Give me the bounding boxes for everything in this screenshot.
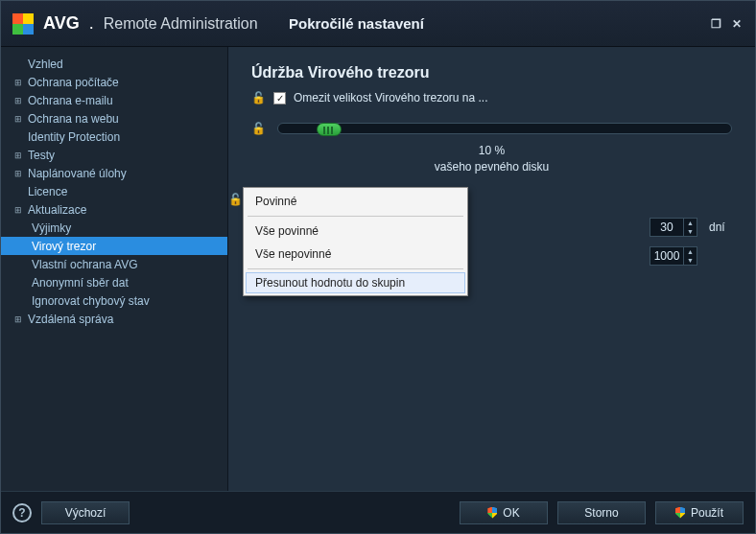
context-menu-label: Přesunout hodnotu do skupin bbox=[255, 276, 405, 290]
button-label: Storno bbox=[584, 506, 618, 520]
sidebar-item-label: Ochrana počítače bbox=[28, 76, 119, 89]
spinner-up-icon[interactable]: ▲ bbox=[684, 219, 697, 227]
count-row: ▲ ▼ bbox=[650, 246, 732, 266]
settings-window: AVG. Remote Administration Pokročilé nas… bbox=[0, 0, 756, 534]
button-label: Výchozí bbox=[65, 506, 106, 520]
context-menu-item-povinne[interactable]: Povinné bbox=[246, 190, 465, 213]
spinner-up-icon[interactable]: ▲ bbox=[684, 247, 697, 256]
context-menu-item-vse-nepovinne[interactable]: Vše nepovinné bbox=[246, 243, 465, 266]
sidebar-item-label: Vlastní ochrana AVG bbox=[32, 258, 138, 271]
sidebar-item-naplanovane-ulohy[interactable]: ⊞Naplánované úlohy bbox=[1, 164, 227, 182]
spinner-arrows: ▲ ▼ bbox=[683, 247, 697, 265]
spinner-down-icon[interactable]: ▼ bbox=[684, 227, 697, 236]
sidebar-item-anonymni-sber-dat[interactable]: Anonymní sběr dat bbox=[1, 273, 227, 291]
button-label: Použít bbox=[691, 506, 723, 520]
main-panel: Údržba Virového trezoru 🔓 ✓ Omezit velik… bbox=[228, 47, 755, 491]
sidebar-item-vlastni-ochrana-avg[interactable]: Vlastní ochrana AVG bbox=[1, 255, 227, 273]
expand-icon[interactable]: ⊞ bbox=[14, 205, 28, 215]
expand-icon[interactable]: ⊞ bbox=[14, 169, 28, 178]
days-spinner[interactable]: ▲ ▼ bbox=[650, 218, 697, 237]
slider-caption: 10 % vašeho pevného disku bbox=[251, 143, 732, 175]
lock-open-icon[interactable]: 🔓 bbox=[251, 91, 266, 104]
spinner-arrows: ▲ ▼ bbox=[683, 219, 697, 236]
sidebar-item-label: Naplánované úlohy bbox=[28, 167, 127, 180]
context-menu-item-vse-povinne[interactable]: Vše povinné bbox=[246, 220, 465, 243]
context-menu-label: Vše nepovinné bbox=[255, 247, 331, 261]
sidebar-item-label: Výjimky bbox=[32, 221, 71, 235]
days-input[interactable] bbox=[650, 221, 683, 234]
window-controls: ❐ ✕ bbox=[709, 17, 744, 31]
sidebar-item-label: Testy bbox=[28, 149, 55, 162]
help-icon[interactable]: ? bbox=[12, 503, 32, 522]
count-spinner[interactable]: ▲ ▼ bbox=[650, 246, 697, 266]
sidebar-item-vyjimky[interactable]: Výjimky bbox=[1, 219, 227, 237]
sidebar-item-identity-protection[interactable]: Identity Protection bbox=[1, 128, 227, 146]
sidebar-item-label: Virový trezor bbox=[32, 240, 96, 253]
shield-icon bbox=[675, 507, 685, 519]
sidebar-item-ignorovat-chybovy-stav[interactable]: Ignorovat chybový stav bbox=[1, 291, 227, 310]
context-menu-label: Vše povinné bbox=[255, 224, 319, 238]
sidebar-item-label: Anonymní sběr dat bbox=[32, 276, 129, 290]
sidebar-item-label: Aktualizace bbox=[28, 203, 86, 217]
button-label: OK bbox=[503, 506, 519, 520]
sidebar-item-virovy-trezor[interactable]: Virový trezor bbox=[1, 237, 227, 255]
lock-open-icon[interactable]: 🔓 bbox=[228, 193, 243, 206]
expand-icon[interactable]: ⊞ bbox=[14, 114, 28, 124]
spinner-down-icon[interactable]: ▼ bbox=[684, 256, 697, 265]
brand-avg: AVG bbox=[43, 13, 80, 34]
menu-separator bbox=[248, 268, 463, 269]
context-menu: Povinné Vše povinné Vše nepovinné Přesun… bbox=[243, 187, 468, 296]
sidebar-item-vzdalena-sprava[interactable]: ⊞Vzdálená správa bbox=[1, 310, 227, 328]
brand-dot: . bbox=[89, 13, 94, 34]
sidebar-item-ochrana-na-webu[interactable]: ⊞Ochrana na webu bbox=[1, 109, 227, 128]
cancel-button[interactable]: Storno bbox=[557, 501, 646, 524]
sidebar-item-label: Ochrana e-mailu bbox=[28, 94, 113, 107]
sidebar-item-testy[interactable]: ⊞Testy bbox=[1, 146, 227, 164]
sidebar-item-aktualizace[interactable]: ⊞Aktualizace bbox=[1, 200, 227, 219]
days-unit: dní bbox=[709, 221, 732, 234]
slider-thumb-icon[interactable] bbox=[317, 123, 342, 136]
sidebar-item-label: Ochrana na webu bbox=[28, 112, 119, 126]
expand-icon[interactable]: ⊞ bbox=[14, 151, 28, 160]
brand-product: Remote Administration bbox=[104, 15, 258, 33]
sidebar-item-label: Ignorovat chybový stav bbox=[32, 294, 150, 308]
expand-icon[interactable]: ⊞ bbox=[14, 96, 28, 105]
sidebar-item-label: Vzhled bbox=[28, 58, 63, 71]
slider-subcaption: vašeho pevného disku bbox=[251, 159, 732, 175]
limit-size-label: Omezit velikost Virového trezoru na ... bbox=[294, 91, 488, 104]
limit-size-checkbox[interactable]: ✓ bbox=[273, 92, 286, 104]
sidebar-item-label: Vzdálená správa bbox=[28, 313, 113, 326]
sidebar-item-ochrana-emailu[interactable]: ⊞Ochrana e-mailu bbox=[1, 91, 227, 109]
sidebar-item-vzhled[interactable]: Vzhled bbox=[1, 55, 227, 73]
days-row: ▲ ▼ dní bbox=[650, 218, 732, 237]
shield-icon bbox=[487, 507, 497, 519]
lock-open-icon[interactable]: 🔓 bbox=[251, 122, 266, 135]
context-menu-item-presunout[interactable]: Přesunout hodnotu do skupin bbox=[246, 272, 465, 293]
expand-icon[interactable]: ⊞ bbox=[14, 314, 28, 324]
section-title: Údržba Virového trezoru bbox=[251, 64, 732, 81]
context-menu-label: Povinné bbox=[255, 195, 296, 208]
restore-window-icon[interactable]: ❐ bbox=[709, 17, 722, 31]
apply-button[interactable]: Použít bbox=[655, 501, 744, 524]
sidebar: Vzhled ⊞Ochrana počítače ⊞Ochrana e-mail… bbox=[1, 47, 228, 491]
size-slider[interactable] bbox=[277, 123, 732, 134]
sidebar-item-ochrana-pocitace[interactable]: ⊞Ochrana počítače bbox=[1, 73, 227, 91]
avg-logo-icon bbox=[12, 13, 34, 35]
option-lock-area: 🔓 bbox=[228, 193, 243, 206]
limit-size-row: 🔓 ✓ Omezit velikost Virového trezoru na … bbox=[251, 91, 732, 104]
count-input[interactable] bbox=[650, 249, 683, 263]
menu-separator bbox=[248, 216, 463, 217]
app-logo: AVG. Remote Administration bbox=[12, 13, 258, 35]
sidebar-item-label: Licence bbox=[28, 185, 67, 198]
page-title: Pokročilé nastavení bbox=[289, 15, 424, 32]
footer: ? Výchozí OK Storno Použít bbox=[1, 491, 755, 533]
default-button[interactable]: Výchozí bbox=[41, 501, 130, 524]
size-slider-row: 🔓 bbox=[251, 122, 732, 135]
body: Vzhled ⊞Ochrana počítače ⊞Ochrana e-mail… bbox=[1, 47, 755, 491]
ok-button[interactable]: OK bbox=[460, 501, 548, 524]
slider-percent: 10 % bbox=[251, 143, 732, 159]
sidebar-item-label: Identity Protection bbox=[28, 130, 120, 144]
close-window-icon[interactable]: ✕ bbox=[730, 17, 744, 31]
expand-icon[interactable]: ⊞ bbox=[14, 78, 28, 87]
sidebar-item-licence[interactable]: Licence bbox=[1, 182, 227, 200]
